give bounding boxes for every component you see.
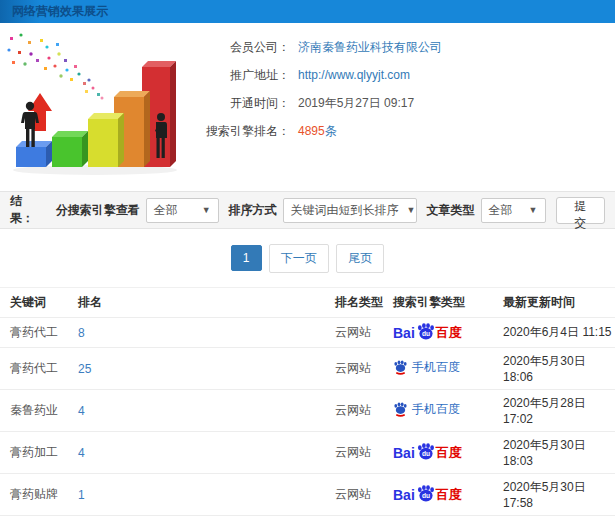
engine-filter-label: 分搜索引擎查看 bbox=[56, 202, 140, 219]
updated-time-text: 2020年5月30日 18:06 bbox=[503, 354, 586, 384]
keyword-text: 秦鲁药业 bbox=[10, 403, 58, 417]
results-table: 关键词 排名 排名类型 搜索引擎类型 最新更新时间 膏药代工 8 云网站 Bai… bbox=[0, 287, 615, 520]
table-row: 膏药贴牌 1 云网站 Bai du 百度 2020年5月30日 17:58 bbox=[0, 474, 615, 516]
promo-url-label: 推广地址： bbox=[182, 67, 290, 84]
chevron-down-icon: ▼ bbox=[202, 205, 211, 215]
keyword-text: 膏药加工 bbox=[10, 445, 58, 459]
sort-filter-label: 排序方式 bbox=[229, 202, 277, 219]
submit-button[interactable]: 提交 bbox=[556, 197, 605, 224]
info-section: 会员公司： 济南秦鲁药业科技有限公司 推广地址： http://www.qlyy… bbox=[0, 23, 615, 191]
article-type-filter-label: 文章类型 bbox=[427, 202, 475, 219]
updated-time-text: 2020年5月28日 17:02 bbox=[503, 396, 586, 426]
page-1-button[interactable]: 1 bbox=[231, 245, 262, 271]
rank-type-text: 云网站 bbox=[335, 403, 371, 417]
info-fields: 会员公司： 济南秦鲁药业科技有限公司 推广地址： http://www.qlyy… bbox=[182, 29, 442, 181]
svg-text:du: du bbox=[422, 330, 430, 337]
promo-url-link[interactable]: http://www.qlyyjt.com bbox=[298, 68, 410, 82]
engine-rank-count-label: 搜索引擎排名： bbox=[182, 123, 290, 140]
baidu-logo: Bai du 百度 bbox=[393, 443, 462, 462]
company-link[interactable]: 济南秦鲁药业科技有限公司 bbox=[298, 39, 442, 56]
page-title: 网络营销效果展示 bbox=[12, 4, 108, 18]
keyword-text: 膏药代工 bbox=[10, 325, 58, 339]
keyword-text: 膏药贴牌 bbox=[10, 487, 58, 501]
rank-type-text: 云网站 bbox=[335, 325, 371, 339]
filter-controls: 分搜索引擎查看 全部 ▼ 排序方式 关键词由短到长排序 ▼ 文章类型 全部 ▼ … bbox=[46, 197, 605, 224]
rank-link[interactable]: 1 bbox=[78, 488, 85, 502]
bar-chart-clipart-svg bbox=[0, 29, 182, 181]
rank-type-text: 云网站 bbox=[335, 445, 371, 459]
baidu-logo: Bai du 百度 bbox=[393, 485, 462, 504]
titlebar: 网络营销效果展示 bbox=[0, 0, 615, 23]
sort-select[interactable]: 关键词由短到长排序 ▼ bbox=[283, 198, 417, 223]
table-row: 膏药加工 4 云网站 Bai du 百度 2020年5月30日 18:03 bbox=[0, 432, 615, 474]
baidu-logo: Bai du 百度 bbox=[393, 323, 462, 342]
pagination: 1 下一页 尾页 bbox=[0, 229, 615, 287]
svg-text:du: du bbox=[422, 450, 430, 457]
chevron-down-icon: ▼ bbox=[529, 205, 538, 215]
table-row: 口罩贴牌 29 云网站 手机百度 2020年5月28日 16:55 bbox=[0, 516, 615, 520]
rank-link[interactable]: 8 bbox=[78, 326, 85, 340]
baidu-paw-icon: du bbox=[416, 323, 435, 340]
article-type-select[interactable]: 全部 ▼ bbox=[481, 198, 546, 223]
baidu-paw-icon: du bbox=[416, 485, 435, 502]
engine-select[interactable]: 全部 ▼ bbox=[146, 198, 219, 223]
header-keyword: 关键词 bbox=[0, 288, 78, 318]
keyword-text: 膏药代工 bbox=[10, 361, 58, 375]
svg-text:du: du bbox=[422, 492, 430, 499]
table-header-row: 关键词 排名 排名类型 搜索引擎类型 最新更新时间 bbox=[0, 288, 615, 318]
result-label: 结果： bbox=[10, 193, 46, 227]
engine-rank-count: 4895条 bbox=[298, 123, 337, 140]
confetti bbox=[7, 33, 103, 99]
bar-chart-clipart bbox=[0, 29, 182, 181]
table-row: 膏药代工 25 云网站 手机百度 2020年5月30日 18:06 bbox=[0, 348, 615, 390]
open-time-label: 开通时间： bbox=[182, 95, 290, 112]
header-updated: 最新更新时间 bbox=[503, 288, 615, 318]
header-rank-type: 排名类型 bbox=[335, 288, 393, 318]
updated-time-text: 2020年5月30日 18:03 bbox=[503, 438, 586, 468]
rank-link[interactable]: 25 bbox=[78, 362, 91, 376]
mobile-baidu-paw-icon bbox=[393, 360, 408, 375]
mobile-baidu-logo: 手机百度 bbox=[393, 359, 460, 376]
mobile-baidu-paw-icon bbox=[393, 402, 408, 417]
header-rank: 排名 bbox=[78, 288, 335, 318]
open-time-value: 2019年5月27日 09:17 bbox=[298, 95, 414, 112]
chevron-down-icon: ▼ bbox=[407, 205, 416, 215]
rank-link[interactable]: 4 bbox=[78, 446, 85, 460]
last-page-button[interactable]: 尾页 bbox=[336, 244, 384, 273]
next-page-button[interactable]: 下一页 bbox=[269, 244, 329, 273]
header-engine-type: 搜索引擎类型 bbox=[393, 288, 503, 318]
updated-time-text: 2020年6月4日 11:15 bbox=[503, 325, 612, 339]
table-row: 秦鲁药业 4 云网站 手机百度 2020年5月28日 17:02 bbox=[0, 390, 615, 432]
filter-bar: 结果： 分搜索引擎查看 全部 ▼ 排序方式 关键词由短到长排序 ▼ 文章类型 全… bbox=[0, 191, 615, 229]
rank-type-text: 云网站 bbox=[335, 361, 371, 375]
updated-time-text: 2020年5月30日 17:58 bbox=[503, 480, 586, 510]
baidu-paw-icon: du bbox=[416, 443, 435, 460]
rank-type-text: 云网站 bbox=[335, 487, 371, 501]
table-row: 膏药代工 8 云网站 Bai du 百度 2020年6月4日 11:15 bbox=[0, 318, 615, 348]
company-label: 会员公司： bbox=[182, 39, 290, 56]
rank-link[interactable]: 4 bbox=[78, 404, 85, 418]
mobile-baidu-logo: 手机百度 bbox=[393, 401, 460, 418]
